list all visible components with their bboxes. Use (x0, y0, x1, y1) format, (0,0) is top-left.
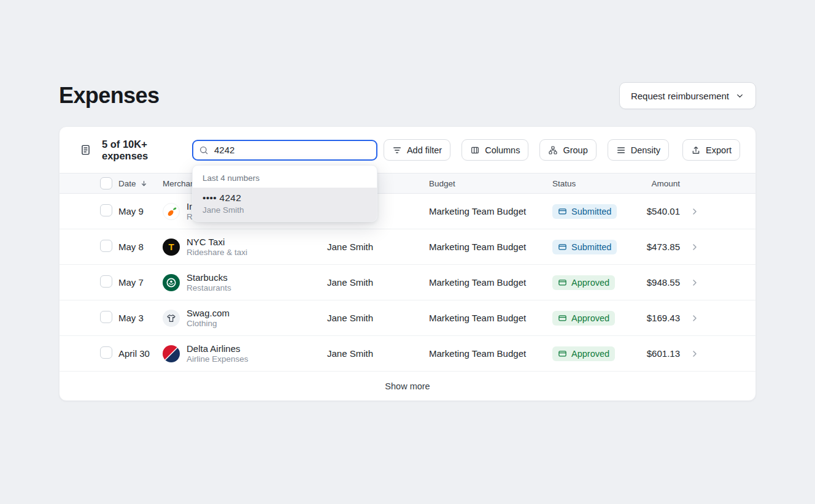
credit-card-icon (558, 313, 567, 323)
status-badge: Approved (552, 275, 615, 290)
add-filter-label: Add filter (407, 145, 442, 155)
chevron-right-icon[interactable] (690, 278, 700, 288)
group-label: Group (563, 145, 587, 155)
chevron-right-icon[interactable] (690, 207, 700, 216)
row-spender: Jane Smith (327, 348, 429, 359)
merchant-category: Clothing (187, 319, 230, 328)
chevron-right-icon[interactable] (690, 349, 700, 359)
row-budget: Marketing Team Budget (429, 242, 552, 252)
page-header: Expenses Request reimbursement (59, 0, 756, 109)
request-reimbursement-button[interactable]: Request reimbursement (619, 82, 756, 109)
status-label: Approved (571, 278, 609, 288)
search-input[interactable] (192, 140, 377, 161)
swag-logo-icon (163, 310, 180, 327)
row-budget: Marketing Team Budget (429, 277, 552, 288)
credit-card-icon (558, 278, 567, 287)
show-more-button[interactable]: Show more (385, 381, 430, 391)
credit-card-icon (558, 207, 567, 216)
row-checkbox[interactable] (100, 240, 112, 252)
merchant-name: Delta Airlines (187, 343, 249, 354)
expense-count: 5 of 10K+ expenses (80, 139, 156, 162)
chevron-right-icon[interactable] (690, 313, 700, 323)
export-button[interactable]: Export (682, 139, 740, 161)
merchant-category: Restaurants (187, 283, 231, 292)
table-row[interactable]: April 30 Delta Airlines Airline Expenses… (60, 336, 755, 372)
row-date: May 7 (118, 277, 163, 288)
column-header-budget[interactable]: Budget (429, 179, 552, 188)
column-header-status[interactable]: Status (552, 179, 644, 188)
status-label: Submitted (571, 242, 611, 252)
columns-button[interactable]: Columns (462, 139, 528, 161)
merchant-cell: T NYC Taxi Rideshare & taxi (163, 237, 327, 257)
export-label: Export (706, 145, 732, 155)
table-footer: Show more (60, 372, 755, 400)
nyc-taxi-logo-icon: T (163, 239, 180, 256)
search-suggestions-dropdown: Last 4 numbers •••• 4242 Jane Smith (192, 165, 377, 222)
column-header-date[interactable]: Date (118, 179, 163, 188)
dropdown-section-label: Last 4 numbers (193, 172, 377, 188)
table-header: Date Merchant Budget Status Amount (60, 173, 755, 194)
status-badge: Approved (552, 346, 615, 361)
delta-logo-icon (163, 345, 180, 362)
credit-card-icon (558, 242, 567, 251)
row-budget: Marketing Team Budget (429, 313, 552, 323)
add-filter-button[interactable]: Add filter (384, 139, 450, 161)
columns-icon (470, 145, 480, 155)
merchant-cell: Swag.com Clothing (163, 308, 327, 328)
row-amount: $473.85 (644, 242, 680, 252)
expenses-card: 5 of 10K+ expenses Last 4 numbers •••• 4… (59, 126, 756, 401)
table-row[interactable]: May 3 Swag.com Clothing Jane Smith Marke… (60, 300, 755, 336)
row-checkbox[interactable] (100, 311, 112, 323)
row-date: May 3 (118, 313, 163, 323)
row-spender: Jane Smith (327, 242, 429, 252)
merchant-name: Swag.com (187, 308, 230, 318)
receipt-icon (80, 144, 91, 156)
starbucks-logo-icon (163, 274, 180, 291)
merchant-cell: Delta Airlines Airline Expenses (163, 343, 327, 364)
group-icon (548, 145, 558, 155)
toolbar: 5 of 10K+ expenses Last 4 numbers •••• 4… (60, 127, 755, 173)
merchant-name: NYC Taxi (187, 237, 247, 247)
page: Expenses Request reimbursement 5 of 10K+… (0, 0, 815, 504)
dropdown-option-card-4242[interactable]: •••• 4242 Jane Smith (193, 188, 377, 221)
sort-arrow-down-icon (140, 180, 148, 188)
row-checkbox[interactable] (100, 346, 112, 359)
density-icon (616, 145, 626, 155)
instacart-logo-icon (163, 203, 180, 220)
row-amount: $540.01 (644, 206, 680, 216)
status-label: Approved (571, 313, 609, 323)
density-label: Density (631, 145, 660, 155)
group-button[interactable]: Group (539, 139, 596, 161)
row-checkbox[interactable] (100, 204, 112, 216)
status-label: Submitted (571, 207, 611, 216)
row-checkbox[interactable] (100, 275, 112, 288)
chevron-down-icon (735, 91, 744, 101)
search-wrap: Last 4 numbers •••• 4242 Jane Smith (192, 140, 377, 161)
density-button[interactable]: Density (608, 139, 669, 161)
credit-card-icon (558, 349, 567, 358)
table-row[interactable]: May 8 T NYC Taxi Rideshare & taxi Jane S… (60, 229, 755, 265)
table-row[interactable]: May 7 Starbucks Restaurants Jane Smith M… (60, 265, 755, 300)
column-header-amount[interactable]: Amount (644, 179, 680, 188)
filter-icon (392, 145, 402, 155)
row-date: May 8 (118, 242, 163, 252)
row-amount: $948.55 (644, 277, 680, 288)
row-budget: Marketing Team Budget (429, 348, 552, 359)
date-header-label: Date (118, 179, 136, 188)
status-badge: Approved (552, 311, 615, 326)
table-body: May 9 Instacart Restaurants Marketing Te… (60, 194, 755, 372)
row-date: April 30 (118, 348, 163, 359)
select-all-checkbox[interactable] (100, 177, 112, 189)
status-badge: Submitted (552, 204, 617, 219)
merchant-name: Starbucks (187, 272, 231, 283)
export-icon (691, 145, 701, 155)
row-amount: $601.13 (644, 348, 680, 359)
row-budget: Marketing Team Budget (429, 206, 552, 216)
page-title: Expenses (59, 83, 159, 109)
row-date: May 9 (118, 206, 163, 216)
table-row[interactable]: May 9 Instacart Restaurants Marketing Te… (60, 194, 755, 229)
row-spender: Jane Smith (327, 277, 429, 288)
chevron-right-icon[interactable] (690, 242, 700, 252)
columns-label: Columns (485, 145, 520, 155)
row-spender: Jane Smith (327, 313, 429, 323)
